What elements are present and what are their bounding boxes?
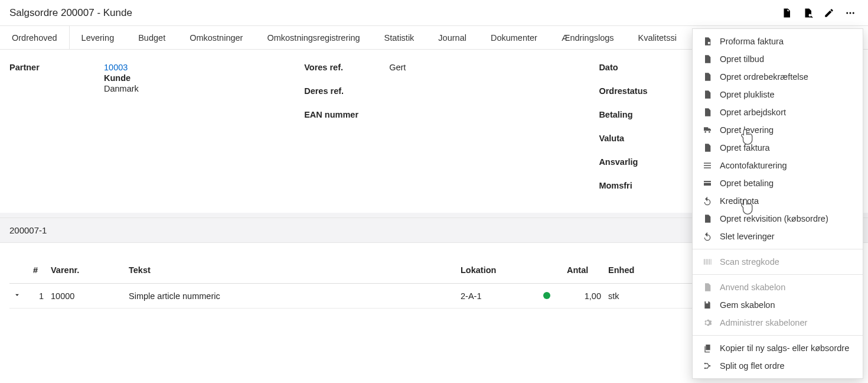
tab-omkostningsregistrering[interactable]: Omkostningsregistrering bbox=[255, 26, 372, 49]
field-ean: EAN nummer bbox=[304, 108, 599, 131]
menu-scan-stregkode: Scan stregkode bbox=[693, 253, 863, 271]
currency-label: Valuta bbox=[599, 134, 693, 143]
svg-point-1 bbox=[846, 12, 848, 14]
menu-separator bbox=[693, 335, 863, 336]
partner-label: Partner bbox=[9, 63, 104, 72]
menu-opret-betaling[interactable]: Opret betaling bbox=[693, 174, 863, 192]
svg-point-10 bbox=[704, 368, 706, 369]
header-actions bbox=[781, 7, 856, 19]
menu-separator bbox=[693, 249, 863, 249]
menu-gem-skabelon[interactable]: Gem skabelon bbox=[693, 296, 863, 314]
svg-point-6 bbox=[709, 131, 710, 133]
gear-icon bbox=[702, 317, 713, 328]
svg-point-3 bbox=[853, 12, 854, 14]
tab-kvalitetssi[interactable]: Kvalitetssi bbox=[626, 26, 689, 49]
menu-label: Scan stregkode bbox=[720, 257, 779, 267]
payment-label: Betaling bbox=[599, 110, 693, 119]
menu-opret-levering[interactable]: Opret levering bbox=[693, 121, 863, 139]
tab-statistik[interactable]: Statistik bbox=[373, 26, 427, 49]
partner-value: 10003 Kunde Danmark bbox=[104, 63, 139, 93]
partner-link[interactable]: 10003 bbox=[104, 63, 139, 72]
tab-omkostninger[interactable]: Omkostninger bbox=[178, 26, 255, 49]
document-plus-icon bbox=[702, 89, 713, 100]
menu-opret-arbejdskort[interactable]: Opret arbejdskort bbox=[693, 103, 863, 121]
our-ref-value: Gert bbox=[389, 63, 406, 72]
document-icon bbox=[702, 142, 713, 153]
menu-opret-faktura[interactable]: Opret faktura bbox=[693, 139, 863, 157]
document-search-icon bbox=[702, 36, 713, 47]
tab-ordrehoved[interactable]: Ordrehoved bbox=[0, 26, 70, 49]
col-location: Lokation bbox=[457, 261, 540, 284]
menu-label: Kopier til ny salgs- eller købsordre bbox=[720, 343, 849, 353]
tab-aendringslogs[interactable]: Ændringslogs bbox=[550, 26, 626, 49]
partner-country: Danmark bbox=[104, 84, 139, 93]
menu-label: Administrer skabeloner bbox=[720, 318, 807, 327]
row-location: 2-A-1 bbox=[457, 284, 540, 309]
svg-point-4 bbox=[708, 42, 710, 44]
col-stock bbox=[540, 261, 563, 284]
vatfree-label: Momsfri bbox=[599, 181, 693, 190]
document-plus-icon bbox=[702, 107, 713, 118]
menu-separator bbox=[693, 274, 863, 275]
menu-opret-tilbud[interactable]: Opret tilbud bbox=[693, 50, 863, 68]
document-search-icon[interactable] bbox=[802, 7, 814, 19]
svg-point-5 bbox=[704, 131, 706, 133]
edit-icon[interactable] bbox=[823, 7, 835, 19]
svg-point-9 bbox=[704, 363, 706, 365]
status-label: Ordrestatus bbox=[599, 86, 693, 96]
row-num: 1 bbox=[30, 284, 47, 309]
menu-label: Opret arbejdskort bbox=[720, 108, 786, 117]
col-qty: Antal bbox=[563, 261, 605, 284]
menu-kopier-til[interactable]: Kopier til ny salgs- eller købsordre bbox=[693, 339, 863, 357]
document-plus-icon bbox=[702, 54, 713, 64]
truck-icon bbox=[702, 125, 713, 135]
menu-proforma[interactable]: Proforma faktura bbox=[693, 33, 863, 50]
tab-levering[interactable]: Levering bbox=[70, 26, 127, 49]
details-col-refs: Vores ref. Gert Deres ref. EAN nummer bbox=[304, 60, 599, 202]
tab-dokumenter[interactable]: Dokumenter bbox=[479, 26, 550, 49]
col-text: Tekst bbox=[125, 261, 457, 284]
menu-label: Opret betaling bbox=[720, 178, 774, 188]
field-our-ref: Vores ref. Gert bbox=[304, 60, 599, 84]
undo-icon bbox=[702, 231, 713, 242]
menu-label: Opret faktura bbox=[720, 143, 770, 152]
menu-slet-leveringer[interactable]: Slet leveringer bbox=[693, 228, 863, 245]
split-merge-icon bbox=[702, 361, 713, 371]
chevron-down-icon[interactable] bbox=[13, 291, 20, 298]
menu-split-flet[interactable]: Split og flet ordre bbox=[693, 357, 863, 375]
field-partner: Partner 10003 Kunde Danmark bbox=[9, 60, 304, 93]
copy-icon bbox=[702, 343, 713, 353]
date-label: Dato bbox=[599, 63, 693, 72]
menu-label: Opret plukliste bbox=[720, 90, 775, 99]
list-icon bbox=[702, 160, 713, 171]
details-col-partner: Partner 10003 Kunde Danmark bbox=[9, 60, 304, 202]
ean-label: EAN nummer bbox=[304, 110, 389, 119]
document-icon[interactable] bbox=[781, 7, 792, 19]
menu-kreditnota[interactable]: Kreditnota bbox=[693, 192, 863, 210]
document-plus-icon bbox=[702, 213, 713, 224]
menu-opret-rekvisition[interactable]: Opret rekvisition (købsordre) bbox=[693, 210, 863, 228]
undo-icon bbox=[702, 196, 713, 206]
menu-label: Opret rekvisition (købsordre) bbox=[720, 214, 828, 223]
document-plus-icon bbox=[702, 72, 713, 82]
our-ref-label: Vores ref. bbox=[304, 63, 389, 72]
menu-label: Proforma faktura bbox=[720, 37, 784, 46]
menu-opret-plukliste[interactable]: Opret plukliste bbox=[693, 86, 863, 103]
svg-point-0 bbox=[809, 14, 812, 17]
menu-aconto[interactable]: Acontofakturering bbox=[693, 157, 863, 174]
col-num: # bbox=[30, 261, 47, 284]
menu-anvend-skabelon: Anvend skabelon bbox=[693, 278, 863, 296]
tab-journal[interactable]: Journal bbox=[426, 26, 479, 49]
menu-label: Kreditnota bbox=[720, 196, 759, 206]
row-unit: stk bbox=[605, 284, 658, 309]
tab-budget[interactable]: Budget bbox=[126, 26, 178, 49]
more-icon[interactable] bbox=[844, 7, 856, 19]
menu-label: Split og flet ordre bbox=[720, 361, 785, 371]
menu-label: Slet leveringer bbox=[720, 232, 775, 241]
menu-label: Anvend skabelon bbox=[720, 283, 785, 292]
actions-dropdown: Proforma faktura Opret tilbud Opret ordr… bbox=[692, 28, 863, 379]
partner-name: Kunde bbox=[104, 73, 139, 83]
menu-opret-ordrebekraeftelse[interactable]: Opret ordrebekræftelse bbox=[693, 68, 863, 86]
your-ref-label: Deres ref. bbox=[304, 86, 389, 96]
svg-rect-8 bbox=[706, 301, 708, 303]
